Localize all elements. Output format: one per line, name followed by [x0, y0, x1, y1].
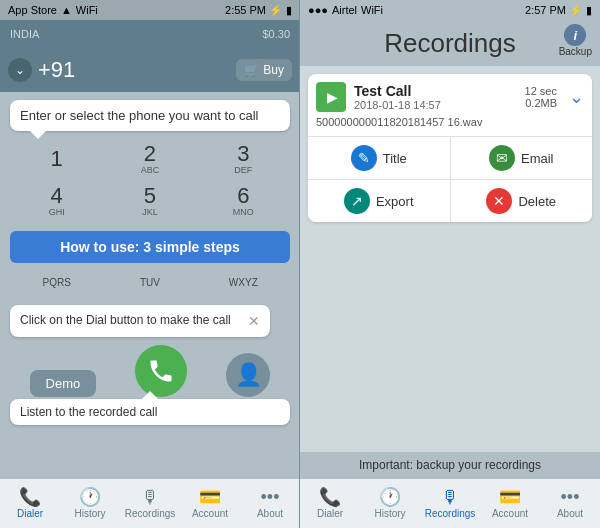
recording-name: Test Call [354, 83, 517, 99]
tab-about-right[interactable]: ••• About [540, 479, 600, 528]
tab-account-left[interactable]: 💳 Account [180, 479, 240, 528]
dialpad-row-small: PQRS TUV WXYZ [0, 267, 300, 297]
recording-top: Test Call 2018-01-18 14:57 12 sec 0.2MB … [308, 74, 592, 116]
backup-button[interactable]: i Backup [559, 24, 592, 57]
dialpad-key-4[interactable]: 4GHI [27, 181, 87, 221]
status-bar-left: App Store ▲ WiFi 2:55 PM ⚡ ▮ [0, 0, 300, 20]
about-icon-right: ••• [561, 488, 580, 506]
country-label: INDIA [10, 28, 39, 40]
recordings-header: Recordings i Backup [300, 20, 600, 66]
recordings-title: Recordings [384, 28, 516, 59]
tooltip-step3-text: Listen to the recorded call [20, 405, 157, 419]
recording-duration: 12 sec [525, 85, 557, 97]
recording-card: Test Call 2018-01-18 14:57 12 sec 0.2MB … [308, 74, 592, 222]
dialer-icon-right: 📞 [319, 488, 341, 506]
tab-dialer-label-left: Dialer [17, 508, 43, 519]
recordings-icon-right: 🎙 [441, 488, 459, 506]
tab-history-label-left: History [74, 508, 105, 519]
tab-about-left[interactable]: ••• About [240, 479, 300, 528]
account-icon-right: 💳 [499, 488, 521, 506]
dialpad-key-wxyz[interactable]: WXYZ [213, 267, 273, 297]
country-code: +91 [38, 57, 75, 83]
demo-button[interactable]: Demo [30, 370, 97, 397]
dialpad-row-2: 4GHI 5JKL 6MNO [10, 181, 290, 221]
bluetooth-icon-left: ⚡ [269, 4, 283, 17]
tab-recordings-right[interactable]: 🎙 Recordings [420, 479, 480, 528]
export-icon: ↗ [344, 188, 370, 214]
battery-icon-right: ▮ [586, 4, 592, 17]
tab-dialer-label-right: Dialer [317, 508, 343, 519]
dialpad-key-3[interactable]: 3DEF [213, 139, 273, 179]
recording-size: 0.2MB [525, 97, 557, 109]
bottom-action-area: Demo 👤 [0, 341, 300, 397]
dialpad-key-1[interactable]: 1 [27, 139, 87, 179]
tooltip-close-icon[interactable]: ✕ [248, 313, 260, 329]
delete-icon: ✕ [486, 188, 512, 214]
tab-dialer-left[interactable]: 📞 Dialer [0, 479, 60, 528]
tooltip-step3: Listen to the recorded call [10, 399, 290, 425]
tooltip-step2: Click on the Dial button to make the cal… [10, 305, 270, 337]
status-bar-right: ●●● Airtel WiFi 2:57 PM ⚡ ▮ [300, 0, 600, 20]
tab-recordings-left[interactable]: 🎙 Recordings [120, 479, 180, 528]
wifi-icon: WiFi [76, 4, 98, 16]
title-action-button[interactable]: ✎ Title [308, 137, 450, 179]
play-button[interactable] [316, 82, 346, 112]
time-left: 2:55 PM [225, 4, 266, 16]
tab-account-label-right: Account [492, 508, 528, 519]
tab-history-left[interactable]: 🕐 History [60, 479, 120, 528]
buy-button[interactable]: 🛒 Buy [236, 59, 292, 81]
tab-about-label-left: About [257, 508, 283, 519]
tooltip-step1: Enter or select the phone you want to ca… [10, 100, 290, 131]
tab-history-right[interactable]: 🕐 History [360, 479, 420, 528]
email-action-button[interactable]: ✉ Email [451, 137, 593, 179]
about-icon-left: ••• [261, 488, 280, 506]
signal-icon-right: ●●● [308, 4, 328, 16]
dialpad-key-5[interactable]: 5JKL [120, 181, 180, 221]
history-icon-left: 🕐 [79, 488, 101, 506]
recording-actions: ✎ Title ✉ Email ↗ Export ✕ Delete [308, 136, 592, 222]
left-panel: App Store ▲ WiFi 2:55 PM ⚡ ▮ INDIA $0.30… [0, 0, 300, 528]
phone-row: ⌄ +91 🛒 Buy [0, 48, 300, 92]
dial-button[interactable] [135, 345, 187, 397]
dialpad-key-2[interactable]: 2ABC [120, 139, 180, 179]
country-bar: INDIA $0.30 [0, 20, 300, 48]
tooltip-step2-text: Click on the Dial button to make the cal… [20, 313, 231, 327]
export-action-button[interactable]: ↗ Export [308, 180, 450, 222]
dialpad-key-tuv[interactable]: TUV [120, 267, 180, 297]
recordings-icon-left: 🎙 [141, 488, 159, 506]
chevron-down-btn[interactable]: ⌄ [8, 58, 32, 82]
tab-dialer-right[interactable]: 📞 Dialer [300, 479, 360, 528]
tab-history-label-right: History [374, 508, 405, 519]
tab-about-label-right: About [557, 508, 583, 519]
recording-info: Test Call 2018-01-18 14:57 [354, 83, 517, 111]
recording-date: 2018-01-18 14:57 [354, 99, 517, 111]
dialer-icon: 📞 [19, 488, 41, 506]
tab-recordings-label-right: Recordings [425, 508, 476, 519]
carrier-label: Airtel [332, 4, 357, 16]
email-icon: ✉ [489, 145, 515, 171]
important-bar: Important: backup your recordings [300, 452, 600, 478]
tab-bar-left: 📞 Dialer 🕐 History 🎙 Recordings 💳 Accoun… [0, 478, 300, 528]
delete-action-label: Delete [518, 194, 556, 209]
info-icon: i [564, 24, 586, 46]
recording-meta: 12 sec 0.2MB [525, 85, 557, 109]
dialpad-key-pqrs[interactable]: PQRS [27, 267, 87, 297]
dialpad-row-1: 1 2ABC 3DEF [10, 139, 290, 179]
tab-bar-right: 📞 Dialer 🕐 History 🎙 Recordings 💳 Accoun… [300, 478, 600, 528]
history-icon-right: 🕐 [379, 488, 401, 506]
app-store-label: App Store [8, 4, 57, 16]
chevron-right-icon[interactable]: ⌄ [569, 86, 584, 108]
time-right: 2:57 PM [525, 4, 566, 16]
panel-divider [299, 0, 300, 528]
export-action-label: Export [376, 194, 414, 209]
email-action-label: Email [521, 151, 554, 166]
backup-label: Backup [559, 46, 592, 57]
price-label: $0.30 [262, 28, 290, 40]
right-panel: ●●● Airtel WiFi 2:57 PM ⚡ ▮ Recordings i… [300, 0, 600, 528]
contact-button[interactable]: 👤 [226, 353, 270, 397]
phone-icon [147, 357, 175, 385]
title-action-label: Title [383, 151, 407, 166]
tab-account-right[interactable]: 💳 Account [480, 479, 540, 528]
delete-action-button[interactable]: ✕ Delete [451, 180, 593, 222]
dialpad-key-6[interactable]: 6MNO [213, 181, 273, 221]
